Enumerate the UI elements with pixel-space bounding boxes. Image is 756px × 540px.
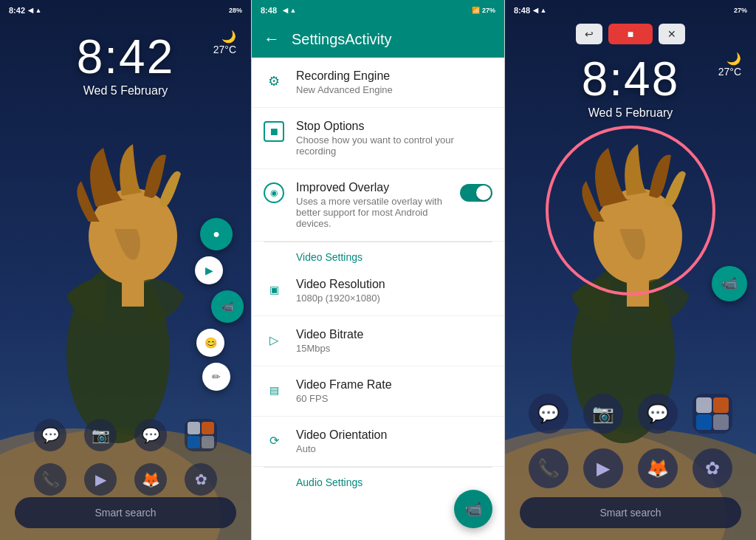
- overlay-subtitle: Uses a more versatile overlay with bette…: [296, 196, 460, 229]
- signal-icons: ◀ ▲: [28, 7, 41, 14]
- left-dock: 💬 📷 💬 📞 ▶ 🦊 ✿: [0, 419, 251, 496]
- video-bitrate-title: Video Bitrate: [296, 328, 492, 341]
- right-smart-search-label: Smart search: [599, 507, 661, 519]
- left-weather-icon: 🌙: [213, 30, 236, 44]
- status-icons-left: 28%: [229, 7, 242, 14]
- video-orientation-content: Video Orientation Auto: [296, 428, 492, 454]
- left-fab-main[interactable]: ●: [200, 218, 233, 250]
- right-status-icons: 27%: [734, 7, 747, 14]
- right-dock-grid[interactable]: [693, 394, 732, 434]
- recording-engine-subtitle: New Advanced Engine: [296, 84, 492, 95]
- right-firefox-icon: 🦊: [647, 458, 669, 479]
- settings-video-resolution[interactable]: ▣ Video Resolution 1080p (1920×1080): [252, 266, 504, 316]
- settings-stop-options[interactable]: ⏹ Stop Options Choose how you want to co…: [252, 108, 504, 169]
- settings-body: ⚙ Recording Engine New Advanced Engine ⏹…: [252, 58, 504, 540]
- video-settings-label[interactable]: Video Settings: [252, 242, 504, 266]
- video-orientation-title: Video Orientation: [296, 428, 492, 442]
- video-bitrate-subtitle: 15Mbps: [296, 343, 492, 354]
- settings-recording-engine[interactable]: ⚙ Recording Engine New Advanced Engine: [252, 58, 504, 108]
- right-battery: 27%: [734, 7, 747, 14]
- record-stop-button[interactable]: ■: [608, 24, 653, 44]
- right-play-icon: ▶: [597, 458, 610, 479]
- video-framerate-icon: ▤: [264, 380, 284, 400]
- left-fab-video[interactable]: ▶: [195, 256, 223, 284]
- left-dock-camera[interactable]: 📷: [84, 419, 117, 451]
- right-dock-phone[interactable]: 📞: [529, 448, 568, 488]
- right-dock: 💬 📷 💬 📞 ▶ 🦊 ✿: [505, 394, 756, 488]
- video-bitrate-content: Video Bitrate 15Mbps: [296, 328, 492, 354]
- left-fab-face[interactable]: 😊: [196, 329, 224, 357]
- middle-wifi: 📶: [472, 7, 480, 14]
- settings-video-bitrate[interactable]: ▷ Video Bitrate 15Mbps: [252, 316, 504, 366]
- edit-icon: ✏: [212, 371, 221, 383]
- record-dot-icon: ●: [213, 228, 220, 241]
- right-dock-whatsapp[interactable]: 💬: [638, 394, 678, 434]
- right-dock-row2: 📞 ▶ 🦊 ✿: [529, 448, 732, 488]
- close-icon: ✕: [667, 28, 676, 40]
- right-dock-play[interactable]: ▶: [583, 448, 623, 488]
- right-dock-firefox[interactable]: 🦊: [638, 448, 678, 488]
- right-dock-row1: 💬 📷 💬: [529, 394, 732, 434]
- left-dock-whatsapp[interactable]: 💬: [134, 419, 167, 451]
- left-status-bar: 8:42 ◀ ▲ 28%: [0, 0, 251, 21]
- left-dock-fan[interactable]: ✿: [185, 463, 217, 496]
- settings-video-orientation[interactable]: ⟳ Video Orientation Auto: [252, 417, 504, 467]
- right-dock-fan[interactable]: ✿: [693, 448, 732, 488]
- left-fab-group: ● ▶ 📹 😊 ✏: [200, 218, 233, 391]
- left-fab-edit[interactable]: ✏: [202, 363, 230, 391]
- video-resolution-content: Video Resolution 1080p (1920×1080): [296, 278, 492, 304]
- camera-icon-dock: 📷: [92, 426, 110, 444]
- left-dock-row1: 💬 📷 💬: [34, 419, 217, 451]
- settings-header: ← SettingsActivity: [252, 21, 504, 58]
- status-time-left: 8:42 ◀ ▲: [9, 6, 41, 15]
- video-resolution-subtitle: 1080p (1920×1080): [296, 293, 492, 304]
- right-phone: 8:48 ◀ ▲ 27% ↩ ■ ✕ 8:48 Wed 5 February 🌙…: [505, 0, 756, 540]
- video-orientation-icon: ⟳: [264, 430, 284, 451]
- middle-fab[interactable]: 📹: [454, 490, 492, 528]
- video-framerate-subtitle: 60 FPS: [296, 393, 492, 404]
- settings-title: SettingsActivity: [292, 31, 392, 48]
- left-dock-phone[interactable]: 📞: [34, 463, 66, 496]
- right-top-bar: ↩ ■ ✕: [505, 21, 756, 47]
- left-fab-camera[interactable]: 📹: [211, 290, 244, 323]
- right-weather-icon: 🌙: [718, 52, 741, 66]
- right-smart-search[interactable]: Smart search: [520, 497, 741, 528]
- middle-status-time: 8:48 ◀ ▲: [261, 6, 296, 15]
- video-orientation-subtitle: Auto: [296, 443, 492, 454]
- settings-overlay[interactable]: ◉ Improved Overlay Uses a more versatile…: [252, 169, 504, 242]
- svg-rect-5: [122, 277, 144, 307]
- video-resolution-title: Video Resolution: [296, 278, 492, 291]
- stop-options-icon: ⏹: [264, 121, 284, 142]
- chat-icon: 💬: [41, 426, 60, 444]
- overlay-toggle[interactable]: [460, 184, 492, 202]
- right-clock-area: 8:48 Wed 5 February 🌙 27°C: [505, 52, 756, 120]
- video-bitrate-icon: ▷: [264, 329, 284, 350]
- stop-options-title: Stop Options: [296, 120, 492, 133]
- right-dock-chat[interactable]: 💬: [529, 394, 568, 434]
- back-button[interactable]: ←: [264, 30, 280, 49]
- middle-status-bar: 8:48 ◀ ▲ 📶 27%: [252, 0, 504, 21]
- left-dock-grid[interactable]: [185, 419, 217, 451]
- middle-inner: 8:48 ◀ ▲ 📶 27% ← SettingsActivity ⚙ Reco…: [252, 0, 504, 540]
- left-dock-chat[interactable]: 💬: [34, 419, 66, 451]
- left-phone: 8:42 ◀ ▲ 28% 8:42 Wed 5 February 🌙 27°C …: [0, 0, 251, 540]
- left-smart-search[interactable]: Smart search: [15, 497, 236, 528]
- audio-settings-label[interactable]: Audio Settings: [252, 468, 504, 491]
- svg-rect-11: [627, 277, 649, 307]
- left-dock-firefox[interactable]: 🦊: [134, 463, 167, 496]
- middle-phone: 8:48 ◀ ▲ 📶 27% ← SettingsActivity ⚙ Reco…: [251, 0, 505, 540]
- recording-engine-content: Recording Engine New Advanced Engine: [296, 69, 492, 95]
- fan-icon: ✿: [195, 471, 207, 488]
- right-dock-camera[interactable]: 📷: [583, 394, 623, 434]
- left-dock-row2: 📞 ▶ 🦊 ✿: [34, 463, 217, 496]
- right-whatsapp-icon: 💬: [647, 403, 669, 424]
- left-temp: 27°C: [213, 44, 236, 55]
- undo-button[interactable]: ↩: [576, 24, 602, 44]
- settings-video-framerate[interactable]: ▤ Video Frame Rate 60 FPS: [252, 366, 504, 417]
- stop-options-subtitle: Choose how you want to control your reco…: [296, 134, 492, 157]
- close-button[interactable]: ✕: [659, 24, 685, 44]
- right-record-button[interactable]: 📹: [712, 266, 747, 301]
- left-dock-play[interactable]: ▶: [84, 463, 117, 496]
- right-status-bar: 8:48 ◀ ▲ 27%: [505, 0, 756, 21]
- right-fan-icon: ✿: [705, 458, 720, 479]
